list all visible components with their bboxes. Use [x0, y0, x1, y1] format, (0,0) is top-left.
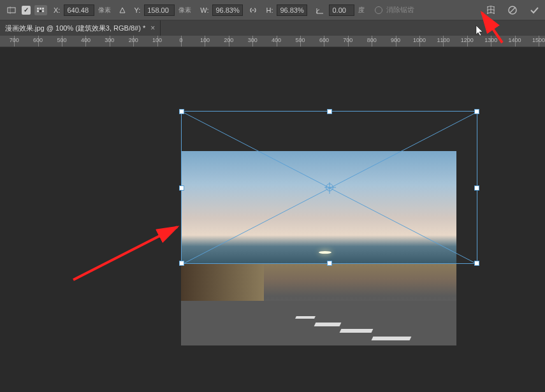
- svg-rect-5: [37, 10, 39, 12]
- ruler-label: 100: [200, 37, 210, 43]
- angle-input[interactable]: [329, 4, 354, 16]
- canvas-area[interactable]: [0, 47, 545, 392]
- ruler-label: 200: [224, 37, 233, 43]
- annotation-arrow-left: [70, 219, 185, 283]
- sky-layer: [181, 151, 456, 263]
- ruler-label: 400: [81, 37, 91, 43]
- reference-point-icon[interactable]: [34, 5, 47, 15]
- ruler-label: 400: [272, 37, 281, 43]
- ruler-label: 0: [179, 37, 182, 43]
- ruler-label: 1100: [437, 37, 449, 43]
- ruler-label: 600: [319, 37, 329, 43]
- svg-line-9: [510, 8, 515, 13]
- ruler-label: 1200: [461, 37, 474, 43]
- commit-icon[interactable]: [528, 4, 540, 16]
- svg-rect-2: [37, 8, 39, 10]
- ruler-label: 200: [129, 37, 138, 43]
- ruler-label: 500: [57, 37, 66, 43]
- link-icon[interactable]: [247, 4, 259, 16]
- ruler-label: 1000: [413, 37, 426, 43]
- x-label: X:: [54, 6, 60, 14]
- svg-rect-7: [42, 10, 44, 12]
- handle-bot-right[interactable]: [474, 261, 479, 266]
- ruler-label: 1400: [509, 37, 521, 43]
- ruler-label: 300: [105, 37, 114, 43]
- handle-mid-left[interactable]: [179, 185, 184, 191]
- tab-filename: 漫画效果.jpg @ 100% (建筑效果3, RGB/8#) *: [5, 24, 145, 33]
- angle-icon: [315, 5, 325, 15]
- tab-close-icon[interactable]: ×: [150, 24, 155, 33]
- y-input[interactable]: [144, 4, 175, 16]
- ruler-label: 600: [33, 37, 43, 43]
- handle-top-left[interactable]: [179, 109, 184, 114]
- horizontal-ruler: 8007006005004003002001000100200300400500…: [0, 36, 545, 47]
- ruler-label: 300: [248, 37, 258, 43]
- svg-rect-4: [42, 8, 44, 10]
- anti-alias-radio[interactable]: [375, 6, 382, 14]
- ruler-label: 1500: [532, 37, 545, 43]
- auto-select-checkbox[interactable]: ✓: [22, 6, 31, 15]
- x-input[interactable]: [64, 4, 94, 16]
- handle-mid-right[interactable]: [474, 185, 479, 191]
- warp-mode-icon[interactable]: [485, 4, 497, 16]
- y-unit: 像素: [178, 6, 191, 15]
- ruler-label: 900: [391, 37, 400, 43]
- svg-line-12: [73, 227, 177, 280]
- w-input[interactable]: [212, 4, 243, 16]
- handle-bot-mid[interactable]: [327, 261, 332, 266]
- ruler-label: 1300: [484, 37, 497, 43]
- svg-rect-0: [8, 8, 15, 13]
- cancel-icon[interactable]: [507, 4, 518, 16]
- handle-top-mid[interactable]: [327, 109, 332, 114]
- x-unit: 像素: [98, 6, 111, 15]
- ruler-label: 100: [152, 37, 162, 43]
- transform-tool-icon: [5, 4, 18, 17]
- handle-top-right[interactable]: [474, 109, 479, 114]
- anti-alias-label: 消除锯齿: [386, 5, 414, 15]
- h-label: H:: [266, 6, 273, 14]
- handle-bot-left[interactable]: [179, 261, 184, 266]
- ruler-label: 700: [10, 37, 19, 43]
- ruler-label: 800: [367, 37, 377, 43]
- angle-unit: 度: [358, 6, 365, 15]
- w-label: W:: [200, 6, 208, 14]
- document-tab[interactable]: 漫画效果.jpg @ 100% (建筑效果3, RGB/8#) * ×: [0, 20, 161, 36]
- svg-rect-6: [40, 10, 41, 12]
- h-input[interactable]: [277, 4, 307, 16]
- ruler-label: 500: [295, 37, 305, 43]
- y-label: Y:: [134, 6, 140, 14]
- delta-icon[interactable]: [117, 5, 127, 15]
- street-layer: [181, 263, 456, 345]
- options-bar: ✓ X: 像素 Y: 像素 W: H: 度 消除锯齿: [0, 0, 545, 20]
- ruler-label: 700: [343, 37, 352, 43]
- document-tab-bar: 漫画效果.jpg @ 100% (建筑效果3, RGB/8#) * ×: [0, 20, 545, 36]
- image-content: [181, 151, 456, 345]
- svg-rect-3: [40, 8, 41, 10]
